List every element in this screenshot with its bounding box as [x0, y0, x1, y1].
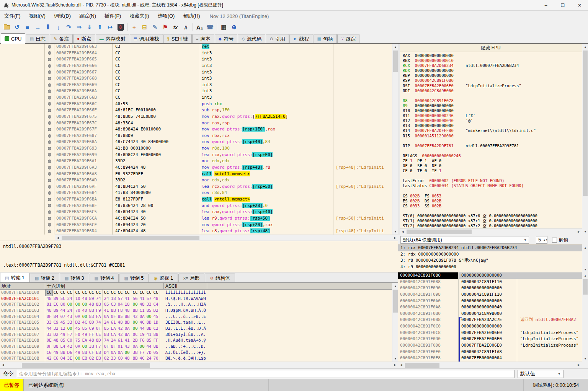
scroll-down-arrow[interactable]: ▼: [392, 355, 399, 362]
byte-cell[interactable]: CC: [117, 290, 124, 296]
breakpoint-column[interactable]: [45, 114, 54, 120]
breakpoint-dot-icon[interactable]: [48, 58, 51, 61]
stepper-arrows[interactable]: ▲▼: [543, 238, 547, 242]
byte-cell[interactable]: CC: [88, 290, 95, 296]
byte-cell[interactable]: 00: [74, 301, 81, 308]
register-line[interactable]: RBX 0000000000000010: [403, 58, 582, 63]
breakpoint-column[interactable]: [45, 177, 54, 184]
breakpoint-column[interactable]: [45, 44, 54, 50]
byte-cell[interactable]: 05: [103, 301, 110, 308]
byte-cell[interactable]: C9: [88, 326, 95, 332]
register-line[interactable]: LastError 00000002 (ERROR_FILE_NOT_FOUND…: [403, 178, 582, 183]
disasm-row[interactable]: 00007FFBA2D9F6CA4C:8D4C24 50lea r9,qword…: [0, 215, 392, 222]
run-to-selection-button[interactable]: ⇒: [74, 22, 84, 32]
stack-hscrollbar[interactable]: ◀ ▶: [398, 362, 582, 368]
scroll-left-arrow[interactable]: ◀: [0, 362, 6, 368]
register-line[interactable]: RBP 0000000000000000: [403, 73, 582, 78]
dump-tab-struct[interactable]: ⚙结构体: [205, 274, 235, 282]
tab-memory-map[interactable]: ▬内存映射: [96, 34, 129, 43]
disasm-row[interactable]: 00007FFBA2D9F663C3ret: [0, 44, 392, 50]
dump-row[interactable]: 00007FFBA2CD1040F8407430A0083FA0A0F85BB4…: [0, 314, 392, 320]
scroll-down-arrow[interactable]: ▼: [582, 228, 588, 235]
stack-row[interactable]: 00000042C891F0B800007FFBA2DA2C7E返回到 ntdl…: [398, 317, 582, 323]
breakpoint-column[interactable]: [45, 165, 54, 171]
stack-row[interactable]: 00000042C891F0A00000000000000000: [398, 298, 582, 305]
stack-row[interactable]: 00000042C891F08800000042C891F110: [398, 279, 582, 285]
hide-fpu-button[interactable]: 隐藏 FPU: [400, 44, 582, 52]
byte-cell[interactable]: CC: [132, 290, 139, 296]
disasm-row[interactable]: 00007FFBA2D9F69948:8D8C24 E0000000lea rc…: [0, 152, 392, 158]
breakpoint-column[interactable]: [45, 82, 54, 88]
disasm-row[interactable]: 00007FFBA2D9F6A8E8 9327FDFFcall <ntdll.m…: [0, 171, 392, 178]
menu-item[interactable]: 帮助(H): [179, 11, 204, 21]
byte-cell[interactable]: 04: [59, 355, 66, 362]
byte-cell[interactable]: 00: [81, 301, 88, 308]
breakpoint-dot-icon[interactable]: [48, 210, 51, 214]
calculator-button[interactable]: ▦: [219, 22, 229, 32]
register-line[interactable]: ST(2) 00000000000000000000 x87r2 空 0.000…: [403, 223, 582, 228]
byte-cell[interactable]: 48: [88, 301, 95, 308]
byte-cell[interactable]: 8B: [88, 308, 95, 314]
disasm-row[interactable]: 00007FFBA2D9F66ACCint3: [0, 88, 392, 94]
menu-item[interactable]: 收藏夹(I): [125, 11, 153, 21]
dump-tab-dump[interactable]: ▤转储 2: [30, 274, 59, 282]
disasm-row[interactable]: 00007FFBA2D9F6AD33D2xor edx,edx: [0, 177, 392, 184]
dump-hscrollbar[interactable]: ◀ ▶: [0, 362, 398, 368]
register-line[interactable]: [403, 93, 582, 98]
disasm-row[interactable]: 00007FFBA2D9F67548:8B05 741E0B00mov rax,…: [0, 114, 392, 120]
byte-cell[interactable]: 05: [152, 350, 159, 356]
byte-cell[interactable]: CC: [81, 290, 88, 296]
byte-cell[interactable]: 88: [152, 332, 159, 338]
byte-cell[interactable]: 07: [59, 314, 66, 320]
byte-cell[interactable]: 74: [95, 296, 102, 302]
breakpoint-column[interactable]: [45, 75, 54, 82]
menu-item[interactable]: 文件(F): [0, 11, 25, 21]
byte-cell[interactable]: 49: [81, 332, 88, 338]
minimize-button[interactable]: –: [537, 0, 554, 11]
disasm-row[interactable]: 00007FFBA2D9F68748:8BD9mov rbx,rcx: [0, 133, 392, 139]
byte-cell[interactable]: CE: [95, 332, 102, 338]
stack-row[interactable]: 00000042C891F0B000000042C8A9B000: [398, 311, 582, 317]
register-line[interactable]: [403, 173, 582, 178]
byte-cell[interactable]: 48: [117, 319, 124, 326]
byte-cell[interactable]: 33: [46, 332, 52, 338]
tab-call-stack[interactable]: ☰调用堆栈: [130, 34, 163, 43]
byte-cell[interactable]: CF: [88, 350, 95, 356]
disasm-vscrollbar[interactable]: ▲ ▼: [392, 44, 398, 235]
scroll-thumb[interactable]: [583, 279, 588, 295]
byte-cell[interactable]: CC: [95, 290, 102, 296]
byte-cell[interactable]: 0A: [124, 326, 131, 332]
dump-row[interactable]: 00007FFBA2CD100CCCCCCCCCCCCCCCCCCCCCCCCC…: [0, 290, 392, 296]
byte-cell[interactable]: 42: [117, 326, 124, 332]
byte-cell[interactable]: 43: [124, 344, 131, 350]
byte-cell[interactable]: 10: [74, 296, 81, 302]
breakpoint-dot-icon[interactable]: [48, 70, 51, 74]
disasm-row[interactable]: 00007FFBA2D9F666CCint3: [0, 63, 392, 69]
register-line[interactable]: R9 0000000000000000: [403, 103, 582, 108]
byte-cell[interactable]: 8B: [103, 332, 110, 338]
disasm-row[interactable]: 00007FFBA2D9F69341:B8 00010000mov r8d,10…: [0, 145, 392, 152]
byte-cell[interactable]: 24: [110, 337, 117, 344]
dump-header-ascii[interactable]: ASCII: [164, 283, 207, 290]
byte-cell[interactable]: 3B: [132, 350, 139, 356]
byte-cell[interactable]: BB: [124, 314, 131, 320]
register-line[interactable]: [403, 189, 582, 194]
breakpoint-dot-icon[interactable]: [48, 83, 51, 87]
byte-cell[interactable]: 4D: [81, 308, 88, 314]
byte-cell[interactable]: 44: [145, 344, 152, 350]
disasm-row[interactable]: 00007FFBA2D9F6BAE8 8127FDFFcall <ntdll.m…: [0, 196, 392, 203]
handles-phone-button[interactable]: ☎: [205, 22, 215, 32]
byte-cell[interactable]: 32: [52, 326, 59, 332]
byte-cell[interactable]: 45: [59, 319, 66, 326]
disasm-row[interactable]: 00007FFBA2D9F6A133D2xor edx,edx: [0, 158, 392, 165]
byte-cell[interactable]: 8B: [152, 344, 159, 350]
byte-cell[interactable]: 42: [132, 314, 139, 320]
breakpoint-dot-icon[interactable]: [48, 153, 51, 156]
dump-row[interactable]: 00007FFBA2CD10281EC80000000488B05C304180…: [0, 301, 392, 308]
disasm-row[interactable]: 00007FFBA2D9F665CCint3: [0, 56, 392, 63]
byte-cell[interactable]: 04: [117, 301, 124, 308]
byte-cell[interactable]: 33: [66, 319, 73, 326]
disasm-row[interactable]: 00007FFBA2D9F66E48:81EC F0010000sub rsp,…: [0, 107, 392, 114]
argument-row[interactable]: 2: rdx 0000000000000000: [398, 251, 582, 258]
byte-cell[interactable]: 48: [46, 296, 52, 302]
